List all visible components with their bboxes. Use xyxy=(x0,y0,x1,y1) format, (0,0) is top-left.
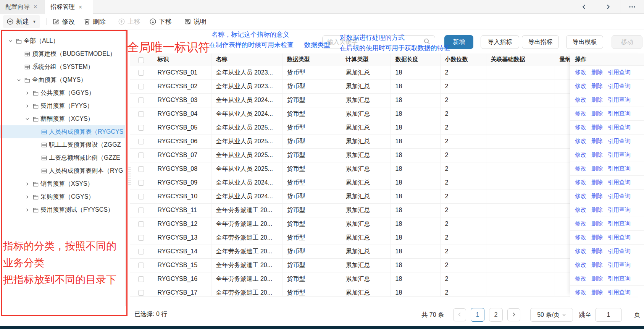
modify-link[interactable]: 修改 xyxy=(575,220,586,227)
row-checkbox[interactable] xyxy=(138,97,144,103)
more-tabs-button[interactable] xyxy=(620,0,644,14)
tree-item[interactable]: 职工工资预算假设（ZGGZ xyxy=(0,138,125,151)
delete-button[interactable]: 删除 xyxy=(84,17,106,26)
reference-query-link[interactable]: 引用查询 xyxy=(608,261,631,269)
reference-query-link[interactable]: 引用查询 xyxy=(608,138,631,145)
delete-link[interactable]: 删除 xyxy=(591,151,603,159)
caret-right-icon[interactable] xyxy=(23,104,31,108)
row-checkbox[interactable] xyxy=(138,249,144,254)
delete-link[interactable]: 删除 xyxy=(591,289,603,296)
delete-link[interactable]: 删除 xyxy=(591,69,603,76)
reference-query-link[interactable]: 引用查询 xyxy=(608,110,631,117)
modify-link[interactable]: 修改 xyxy=(575,83,586,90)
row-checkbox[interactable] xyxy=(138,111,144,117)
page-button-1[interactable]: 1 xyxy=(471,308,484,322)
reference-query-link[interactable]: 引用查询 xyxy=(608,165,631,172)
move-up-button[interactable]: 上移 xyxy=(118,17,140,26)
move-to-button[interactable]: 移动 xyxy=(612,35,642,49)
modify-link[interactable]: 修改 xyxy=(575,234,586,241)
export-template-button[interactable]: 导出模板 xyxy=(566,35,603,49)
modify-link[interactable]: 修改 xyxy=(575,179,586,186)
row-checkbox[interactable] xyxy=(138,235,144,241)
reference-query-link[interactable]: 引用查询 xyxy=(608,234,631,241)
modify-link[interactable]: 修改 xyxy=(575,193,586,200)
add-button[interactable]: 新增 xyxy=(444,35,473,49)
new-button[interactable]: 新建 ▼ xyxy=(3,15,40,28)
reference-query-link[interactable]: 引用查询 xyxy=(608,124,631,131)
row-checkbox[interactable] xyxy=(138,70,144,76)
tree-item[interactable]: 采购预算（CGYS） xyxy=(0,190,125,203)
modify-link[interactable]: 修改 xyxy=(575,96,586,104)
modify-link[interactable]: 修改 xyxy=(575,165,586,172)
modify-link[interactable]: 修改 xyxy=(575,248,586,255)
move-down-button[interactable]: 下移 xyxy=(150,17,172,26)
modify-link[interactable]: 修改 xyxy=(575,124,586,131)
row-checkbox[interactable] xyxy=(138,263,144,268)
row-checkbox[interactable] xyxy=(138,125,144,131)
reference-query-link[interactable]: 引用查询 xyxy=(608,206,631,214)
modify-link[interactable]: 修改 xyxy=(575,206,586,214)
delete-link[interactable]: 删除 xyxy=(591,179,603,186)
help-button[interactable]: 说明 xyxy=(184,17,207,26)
reference-query-link[interactable]: 引用查询 xyxy=(608,248,631,255)
caret-right-icon[interactable] xyxy=(23,91,31,95)
tree-item[interactable]: 工资总额增减比例（GZZE xyxy=(0,151,125,164)
tree-item[interactable]: 薪酬预算（XCYS） xyxy=(0,112,125,125)
delete-link[interactable]: 删除 xyxy=(591,234,603,241)
close-icon[interactable]: × xyxy=(79,4,82,10)
page-size-select[interactable]: 50 条/页 xyxy=(530,308,573,322)
delete-link[interactable]: 删除 xyxy=(591,220,603,227)
modify-link[interactable]: 修改 xyxy=(575,138,586,145)
row-checkbox[interactable] xyxy=(138,221,144,227)
delete-link[interactable]: 删除 xyxy=(591,138,603,145)
tab-config-wizard[interactable]: 配置向导 × xyxy=(0,0,45,14)
delete-link[interactable]: 删除 xyxy=(591,124,603,131)
row-checkbox[interactable] xyxy=(138,276,144,282)
tree-item[interactable]: 销售预算（XSYS） xyxy=(0,177,125,190)
reference-query-link[interactable]: 引用查询 xyxy=(608,275,631,282)
tab-scroll-left-button[interactable] xyxy=(572,0,596,14)
tab-indicator-management[interactable]: 指标管理 × xyxy=(45,0,93,14)
caret-down-icon[interactable] xyxy=(23,117,31,121)
next-page-button[interactable] xyxy=(507,308,520,321)
import-indicator-button[interactable]: 导入指标 xyxy=(481,35,519,49)
modify-link[interactable]: 修改 xyxy=(575,110,586,117)
modify-link[interactable]: 修改 xyxy=(575,275,586,282)
tree-item[interactable]: 人员构成预算表（RYGCYS xyxy=(0,125,125,138)
caret-right-icon[interactable] xyxy=(23,182,31,186)
modify-button[interactable]: 修改 xyxy=(53,17,75,26)
delete-link[interactable]: 删除 xyxy=(591,96,603,104)
tree-item[interactable]: 人员构成预算表副本（RYG xyxy=(0,164,125,177)
select-all-checkbox[interactable] xyxy=(138,57,144,63)
row-checkbox[interactable] xyxy=(138,84,144,89)
jump-to-page-input[interactable] xyxy=(595,308,622,322)
reference-query-link[interactable]: 引用查询 xyxy=(608,96,631,104)
caret-right-icon[interactable] xyxy=(23,208,31,212)
caret-down-icon[interactable] xyxy=(15,78,23,82)
reference-query-link[interactable]: 引用查询 xyxy=(608,83,631,90)
reference-query-link[interactable]: 引用查询 xyxy=(608,220,631,227)
export-indicator-button[interactable]: 导出指标 xyxy=(522,35,559,49)
tree-item[interactable]: 系统分组（SYSTEM） xyxy=(0,60,125,73)
row-checkbox[interactable] xyxy=(138,207,144,213)
close-icon[interactable]: × xyxy=(34,4,37,10)
row-checkbox[interactable] xyxy=(138,180,144,186)
delete-link[interactable]: 删除 xyxy=(591,110,603,117)
page-button-2[interactable]: 2 xyxy=(489,308,503,322)
tree-item[interactable]: 预算建模（BUDGETMODEL） xyxy=(0,47,125,60)
delete-link[interactable]: 删除 xyxy=(591,165,603,172)
reference-query-link[interactable]: 引用查询 xyxy=(608,179,631,186)
delete-link[interactable]: 删除 xyxy=(591,261,603,269)
tab-scroll-right-button[interactable] xyxy=(596,0,620,14)
row-checkbox[interactable] xyxy=(138,194,144,199)
delete-link[interactable]: 删除 xyxy=(591,206,603,214)
row-checkbox[interactable] xyxy=(138,290,144,296)
tree-item[interactable]: 全面预算（QMYS） xyxy=(0,73,125,86)
tree-item[interactable]: 全部（ALL） xyxy=(0,34,125,47)
delete-link[interactable]: 删除 xyxy=(591,248,603,255)
prev-page-button[interactable] xyxy=(453,308,466,321)
keyword-search-input[interactable]: 输入关键字 xyxy=(322,35,435,49)
modify-link[interactable]: 修改 xyxy=(575,151,586,159)
reference-query-link[interactable]: 引用查询 xyxy=(608,69,631,76)
caret-right-icon[interactable] xyxy=(23,195,31,199)
